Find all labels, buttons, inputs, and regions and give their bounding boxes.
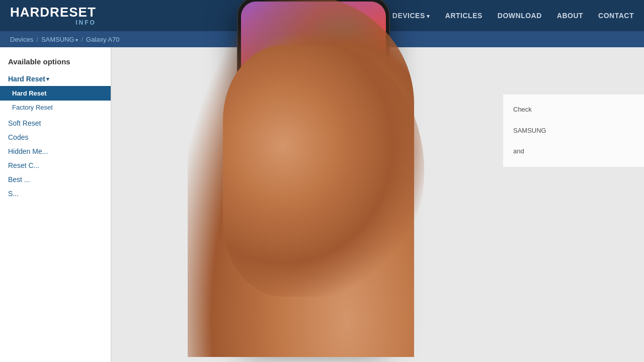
phone-nav-home[interactable]: ○ (311, 322, 317, 333)
sidebar-item-factory-reset[interactable]: Factory Reset (0, 101, 111, 114)
phone-frame: N Netflix (238, 0, 389, 339)
sidebar-item-reset-c[interactable]: Reset C... (0, 158, 111, 172)
breadcrumb-samsung[interactable]: SAMSUNG (41, 36, 78, 43)
phone-container: N Netflix (228, 0, 399, 357)
page-dots (246, 288, 381, 290)
phone-statusbar (241, 2, 386, 16)
phone-navbar: ||| ○ < (241, 319, 386, 335)
phone-nav-recent[interactable]: ||| (263, 323, 269, 332)
nav-about[interactable]: ABOUT (557, 12, 583, 20)
nav-download[interactable]: DOWNLOAD (498, 12, 542, 20)
dock-record[interactable] (345, 259, 371, 285)
svg-point-19 (357, 270, 360, 274)
sidebar-item-best[interactable]: Best ... (0, 172, 111, 187)
page-dot-2 (312, 288, 315, 290)
sidebar-hard-reset-section: Hard Reset Hard Reset Factory Reset (0, 72, 111, 114)
netflix-icon: N (263, 209, 289, 235)
svg-rect-14 (307, 267, 319, 276)
page-dot-1 (307, 288, 310, 290)
dock-messages[interactable] (300, 259, 327, 285)
nav-articles[interactable]: ARTICLES (445, 12, 482, 20)
netflix-label: Netflix (270, 237, 282, 242)
dock-phone[interactable]: 📞 (256, 259, 282, 285)
right-text: Check SAMSUNG and (513, 105, 634, 157)
netflix-row: N Netflix (246, 209, 381, 242)
phone-nav-back[interactable]: < (360, 323, 364, 332)
breadcrumb-devices[interactable]: Devices (10, 36, 33, 43)
sidebar-item-s[interactable]: S... (0, 187, 111, 201)
site-logo[interactable]: HARDRESET INFO (10, 5, 96, 26)
breadcrumb-sep2: / (81, 36, 83, 43)
sidebar-item-hidden-menu[interactable]: Hidden Me... (0, 144, 111, 158)
breadcrumb-sep1: / (36, 36, 38, 43)
sidebar-dropdown[interactable]: Hard Reset (0, 72, 111, 86)
sidebar-item-soft-reset[interactable]: Soft Reset (0, 116, 111, 130)
sidebar-title: Available options (0, 57, 111, 72)
phone-apps: N Netflix (241, 209, 386, 295)
phone-wallpaper: N Netflix (241, 2, 386, 335)
phone-dock: 📞 (246, 259, 381, 285)
phone-screen: N Netflix (241, 2, 386, 335)
breadcrumb-model: Galaxy A70 (86, 36, 120, 43)
page-dot-3 (317, 288, 320, 290)
nav-contact[interactable]: CONTACT (598, 12, 634, 20)
sidebar-item-hard-reset-active[interactable]: Hard Reset (0, 86, 111, 101)
sidebar-item-codes[interactable]: Codes (0, 130, 111, 144)
sidebar: Available options Hard Reset Hard Reset … (0, 47, 111, 362)
wallpaper-shape3 (256, 32, 347, 82)
right-content-panel: Check SAMSUNG and (503, 95, 644, 167)
app-netflix[interactable]: N Netflix (261, 209, 291, 242)
